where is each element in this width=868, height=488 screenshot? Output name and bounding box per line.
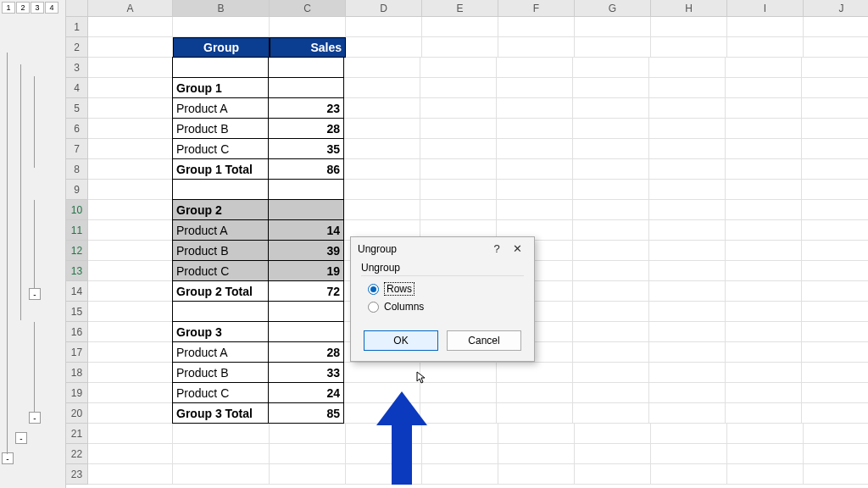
cell[interactable] <box>573 322 649 342</box>
col-header-A[interactable]: A <box>88 0 173 17</box>
row-header[interactable]: 16 <box>66 322 88 342</box>
cell[interactable] <box>726 180 802 200</box>
row-header[interactable]: 5 <box>66 98 88 119</box>
cell[interactable]: 85 <box>268 402 344 424</box>
cell[interactable] <box>802 180 868 200</box>
cell[interactable] <box>88 17 173 37</box>
cell[interactable] <box>344 78 420 98</box>
col-header-J[interactable]: J <box>804 0 868 17</box>
cell[interactable] <box>88 119 173 139</box>
cell[interactable]: 23 <box>268 97 344 119</box>
cell[interactable] <box>573 281 649 302</box>
cell[interactable] <box>422 444 498 464</box>
cell[interactable] <box>649 261 726 281</box>
cell[interactable] <box>727 424 804 444</box>
cell[interactable] <box>88 241 173 261</box>
cell[interactable]: Product B <box>172 118 269 139</box>
cell[interactable] <box>172 57 269 78</box>
cell[interactable] <box>651 17 727 37</box>
row-header[interactable]: 17 <box>66 342 88 363</box>
cell[interactable]: Group 3 <box>172 321 269 342</box>
cell[interactable] <box>573 119 649 139</box>
cell[interactable] <box>497 98 573 119</box>
cancel-button[interactable]: Cancel <box>447 330 521 351</box>
cell[interactable] <box>88 281 173 302</box>
cell[interactable] <box>420 58 497 78</box>
outline-level-3[interactable]: 3 <box>31 2 44 14</box>
cell[interactable] <box>649 322 726 342</box>
cell[interactable] <box>172 301 269 322</box>
cell[interactable] <box>88 159 173 180</box>
cell[interactable] <box>804 37 868 58</box>
col-header-D[interactable]: D <box>346 0 422 17</box>
cell[interactable] <box>422 424 498 444</box>
row-header[interactable]: 11 <box>66 220 88 241</box>
cell[interactable] <box>573 403 649 424</box>
cell[interactable] <box>651 37 727 58</box>
cell[interactable] <box>649 363 726 383</box>
close-button[interactable]: ✕ <box>507 242 527 255</box>
cell[interactable] <box>88 444 173 464</box>
cell[interactable] <box>420 119 497 139</box>
cell[interactable] <box>649 302 726 322</box>
cell[interactable] <box>726 139 802 159</box>
cell[interactable] <box>575 37 651 58</box>
cell[interactable] <box>268 57 344 78</box>
cell[interactable] <box>649 383 726 403</box>
cell[interactable] <box>270 464 346 485</box>
cell[interactable] <box>649 159 726 180</box>
cell[interactable] <box>344 363 420 383</box>
col-header-B[interactable]: B <box>173 0 270 17</box>
cell[interactable] <box>422 17 498 37</box>
cell[interactable] <box>726 342 802 363</box>
cell[interactable] <box>649 58 726 78</box>
cell[interactable] <box>420 200 497 220</box>
cell[interactable] <box>802 281 868 302</box>
cell[interactable] <box>420 78 497 98</box>
cell[interactable] <box>802 159 868 180</box>
cell[interactable]: Group <box>173 37 270 58</box>
row-header[interactable]: 12 <box>66 241 88 261</box>
collapse-button[interactable]: - <box>29 412 41 424</box>
cell[interactable] <box>804 464 868 485</box>
cell[interactable] <box>726 322 802 342</box>
outline-level-4[interactable]: 4 <box>45 2 58 14</box>
row-header[interactable]: 6 <box>66 119 88 139</box>
cell[interactable] <box>649 220 726 241</box>
cell[interactable] <box>88 261 173 281</box>
cell[interactable] <box>498 17 575 37</box>
radio-columns[interactable]: Columns <box>361 298 524 315</box>
cell[interactable]: Product C <box>172 138 269 159</box>
cell[interactable] <box>422 464 498 485</box>
cell[interactable] <box>726 58 802 78</box>
cell[interactable]: Group 2 Total <box>172 280 269 302</box>
cell[interactable] <box>573 261 649 281</box>
cell[interactable] <box>726 281 802 302</box>
cell[interactable] <box>802 383 868 403</box>
cell[interactable] <box>726 78 802 98</box>
cell[interactable] <box>88 37 173 58</box>
cell[interactable] <box>802 220 868 241</box>
col-header-H[interactable]: H <box>651 0 727 17</box>
cell[interactable] <box>649 241 726 261</box>
cell[interactable] <box>727 37 804 58</box>
cell[interactable] <box>497 363 573 383</box>
cell[interactable] <box>573 139 649 159</box>
cell[interactable] <box>498 464 575 485</box>
cell[interactable] <box>726 159 802 180</box>
cell[interactable] <box>88 464 173 485</box>
row-header[interactable]: 3 <box>66 58 88 78</box>
cell[interactable] <box>573 302 649 322</box>
cell[interactable]: Product A <box>172 341 269 363</box>
row-header[interactable]: 22 <box>66 444 88 464</box>
cell[interactable] <box>497 78 573 98</box>
cell[interactable] <box>344 58 420 78</box>
cell[interactable]: Group 2 <box>172 199 269 220</box>
cell[interactable] <box>573 180 649 200</box>
cell[interactable] <box>498 424 575 444</box>
select-all-corner[interactable] <box>66 0 88 17</box>
cell[interactable] <box>726 200 802 220</box>
cell[interactable]: 86 <box>268 158 344 180</box>
cell[interactable] <box>268 321 344 342</box>
cell[interactable] <box>651 424 727 444</box>
